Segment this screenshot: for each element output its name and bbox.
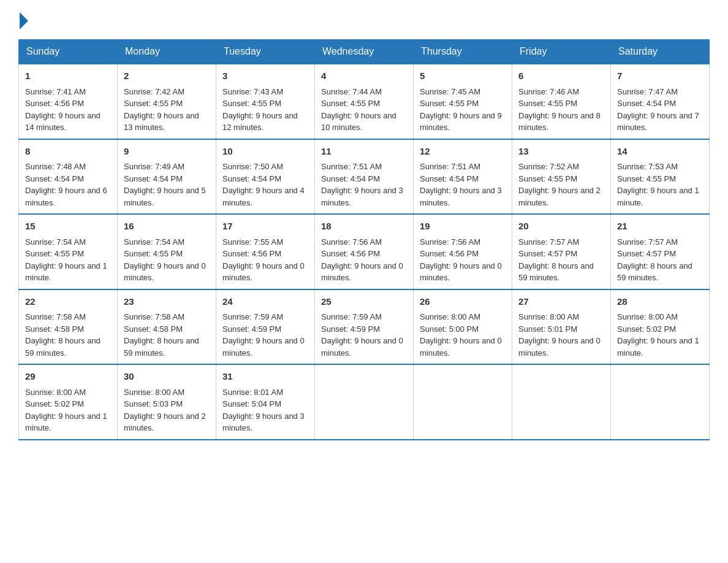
sunset-label: Sunset: 5:01 PM bbox=[518, 324, 577, 334]
daylight-label: Daylight: 9 hours and 0 minutes. bbox=[222, 261, 305, 283]
weekday-header-sunday: Sunday bbox=[19, 40, 118, 64]
daylight-label: Daylight: 9 hours and 3 minutes. bbox=[420, 186, 502, 207]
calendar-cell: 7 Sunrise: 7:47 AM Sunset: 4:54 PM Dayli… bbox=[611, 64, 710, 139]
calendar-cell: 20 Sunrise: 7:57 AM Sunset: 4:57 PM Dayl… bbox=[512, 214, 611, 289]
sunset-label: Sunset: 4:55 PM bbox=[420, 99, 479, 108]
daylight-label: Daylight: 9 hours and 6 minutes. bbox=[25, 186, 107, 207]
sunrise-label: Sunrise: 7:43 AM bbox=[222, 87, 283, 96]
daylight-label: Daylight: 9 hours and 0 minutes. bbox=[420, 336, 502, 358]
calendar-cell: 12 Sunrise: 7:51 AM Sunset: 4:54 PM Dayl… bbox=[414, 139, 512, 215]
day-number: 31 bbox=[222, 370, 308, 384]
day-number: 25 bbox=[321, 295, 407, 309]
day-number: 17 bbox=[222, 220, 308, 234]
day-number: 23 bbox=[124, 295, 210, 309]
daylight-label: Daylight: 9 hours and 5 minutes. bbox=[124, 186, 206, 207]
sunrise-label: Sunrise: 7:55 AM bbox=[222, 237, 283, 247]
day-number: 7 bbox=[617, 69, 703, 83]
calendar-cell: 2 Sunrise: 7:42 AM Sunset: 4:55 PM Dayli… bbox=[118, 64, 216, 139]
sunset-label: Sunset: 4:58 PM bbox=[124, 324, 183, 334]
day-number: 21 bbox=[617, 220, 703, 234]
daylight-label: Daylight: 9 hours and 0 minutes. bbox=[518, 336, 601, 358]
daylight-label: Daylight: 9 hours and 2 minutes. bbox=[518, 186, 601, 207]
sunset-label: Sunset: 4:55 PM bbox=[617, 174, 676, 183]
sunrise-label: Sunrise: 7:57 AM bbox=[518, 237, 579, 247]
sunrise-label: Sunrise: 7:51 AM bbox=[420, 162, 480, 171]
sunset-label: Sunset: 5:02 PM bbox=[25, 399, 84, 408]
daylight-label: Daylight: 8 hours and 59 minutes. bbox=[124, 336, 199, 358]
weekday-header-saturday: Saturday bbox=[611, 40, 710, 64]
sunset-label: Sunset: 4:55 PM bbox=[124, 249, 183, 258]
sunset-label: Sunset: 5:00 PM bbox=[420, 324, 479, 334]
calendar-cell: 27 Sunrise: 8:00 AM Sunset: 5:01 PM Dayl… bbox=[512, 289, 611, 365]
daylight-label: Daylight: 9 hours and 4 minutes. bbox=[222, 186, 305, 207]
sunset-label: Sunset: 4:55 PM bbox=[518, 99, 577, 108]
daylight-label: Daylight: 9 hours and 10 minutes. bbox=[321, 111, 396, 132]
daylight-label: Daylight: 9 hours and 7 minutes. bbox=[617, 111, 699, 132]
calendar-cell: 31 Sunrise: 8:01 AM Sunset: 5:04 PM Dayl… bbox=[216, 364, 315, 440]
sunrise-label: Sunrise: 7:52 AM bbox=[518, 162, 579, 171]
daylight-label: Daylight: 9 hours and 0 minutes. bbox=[321, 261, 403, 283]
day-number: 19 bbox=[420, 220, 506, 234]
daylight-label: Daylight: 9 hours and 13 minutes. bbox=[124, 111, 199, 132]
calendar-cell bbox=[315, 364, 414, 440]
daylight-label: Daylight: 9 hours and 12 minutes. bbox=[222, 111, 298, 132]
calendar-cell: 11 Sunrise: 7:51 AM Sunset: 4:54 PM Dayl… bbox=[315, 139, 414, 215]
day-number: 1 bbox=[25, 69, 111, 83]
weekday-header-thursday: Thursday bbox=[414, 40, 512, 64]
calendar-cell: 30 Sunrise: 8:00 AM Sunset: 5:03 PM Dayl… bbox=[118, 364, 216, 440]
sunset-label: Sunset: 4:54 PM bbox=[420, 174, 479, 183]
sunset-label: Sunset: 4:58 PM bbox=[25, 324, 84, 334]
sunrise-label: Sunrise: 7:59 AM bbox=[321, 312, 382, 321]
sunset-label: Sunset: 4:59 PM bbox=[321, 324, 380, 334]
daylight-label: Daylight: 9 hours and 3 minutes. bbox=[222, 412, 305, 433]
calendar-week-row: 8 Sunrise: 7:48 AM Sunset: 4:54 PM Dayli… bbox=[19, 139, 710, 215]
sunset-label: Sunset: 4:56 PM bbox=[25, 99, 84, 108]
sunrise-label: Sunrise: 8:00 AM bbox=[420, 312, 480, 321]
calendar-cell: 3 Sunrise: 7:43 AM Sunset: 4:55 PM Dayli… bbox=[216, 64, 315, 139]
weekday-header-friday: Friday bbox=[512, 40, 611, 64]
weekday-header-wednesday: Wednesday bbox=[315, 40, 414, 64]
sunrise-label: Sunrise: 7:50 AM bbox=[222, 162, 283, 171]
sunset-label: Sunset: 4:54 PM bbox=[222, 174, 281, 183]
calendar-cell: 19 Sunrise: 7:56 AM Sunset: 4:56 PM Dayl… bbox=[414, 214, 512, 289]
sunset-label: Sunset: 4:55 PM bbox=[518, 174, 577, 183]
daylight-label: Daylight: 8 hours and 59 minutes. bbox=[25, 336, 100, 358]
calendar-cell: 1 Sunrise: 7:41 AM Sunset: 4:56 PM Dayli… bbox=[19, 64, 118, 139]
calendar-cell: 16 Sunrise: 7:54 AM Sunset: 4:55 PM Dayl… bbox=[118, 214, 216, 289]
weekday-header-row: SundayMondayTuesdayWednesdayThursdayFrid… bbox=[19, 40, 710, 64]
sunset-label: Sunset: 4:55 PM bbox=[321, 99, 380, 108]
daylight-label: Daylight: 8 hours and 59 minutes. bbox=[518, 261, 594, 283]
logo-blue-part bbox=[18, 12, 28, 27]
sunrise-label: Sunrise: 7:42 AM bbox=[124, 87, 184, 96]
header bbox=[18, 12, 710, 27]
daylight-label: Daylight: 9 hours and 14 minutes. bbox=[25, 111, 100, 132]
daylight-label: Daylight: 9 hours and 0 minutes. bbox=[321, 336, 403, 358]
sunrise-label: Sunrise: 7:46 AM bbox=[518, 87, 579, 96]
logo bbox=[18, 12, 28, 27]
day-number: 8 bbox=[25, 145, 111, 159]
sunrise-label: Sunrise: 7:48 AM bbox=[25, 162, 86, 171]
weekday-header-tuesday: Tuesday bbox=[216, 40, 315, 64]
sunset-label: Sunset: 4:56 PM bbox=[420, 249, 479, 258]
sunrise-label: Sunrise: 7:44 AM bbox=[321, 87, 382, 96]
day-number: 30 bbox=[124, 370, 210, 384]
sunrise-label: Sunrise: 7:51 AM bbox=[321, 162, 382, 171]
calendar-cell: 24 Sunrise: 7:59 AM Sunset: 4:59 PM Dayl… bbox=[216, 289, 315, 365]
sunrise-label: Sunrise: 7:54 AM bbox=[25, 237, 86, 247]
calendar-cell bbox=[512, 364, 611, 440]
calendar-cell: 15 Sunrise: 7:54 AM Sunset: 4:55 PM Dayl… bbox=[19, 214, 118, 289]
sunrise-label: Sunrise: 7:41 AM bbox=[25, 87, 86, 96]
sunset-label: Sunset: 4:54 PM bbox=[25, 174, 84, 183]
daylight-label: Daylight: 9 hours and 2 minutes. bbox=[124, 412, 206, 433]
day-number: 12 bbox=[420, 145, 506, 159]
calendar-cell: 8 Sunrise: 7:48 AM Sunset: 4:54 PM Dayli… bbox=[19, 139, 118, 215]
calendar-cell: 9 Sunrise: 7:49 AM Sunset: 4:54 PM Dayli… bbox=[118, 139, 216, 215]
daylight-label: Daylight: 9 hours and 1 minute. bbox=[25, 261, 107, 283]
daylight-label: Daylight: 9 hours and 1 minute. bbox=[617, 336, 699, 358]
sunset-label: Sunset: 4:57 PM bbox=[617, 249, 676, 258]
sunset-label: Sunset: 4:54 PM bbox=[617, 99, 676, 108]
sunset-label: Sunset: 5:03 PM bbox=[124, 399, 183, 408]
calendar-cell: 17 Sunrise: 7:55 AM Sunset: 4:56 PM Dayl… bbox=[216, 214, 315, 289]
day-number: 10 bbox=[222, 145, 308, 159]
day-number: 11 bbox=[321, 145, 407, 159]
